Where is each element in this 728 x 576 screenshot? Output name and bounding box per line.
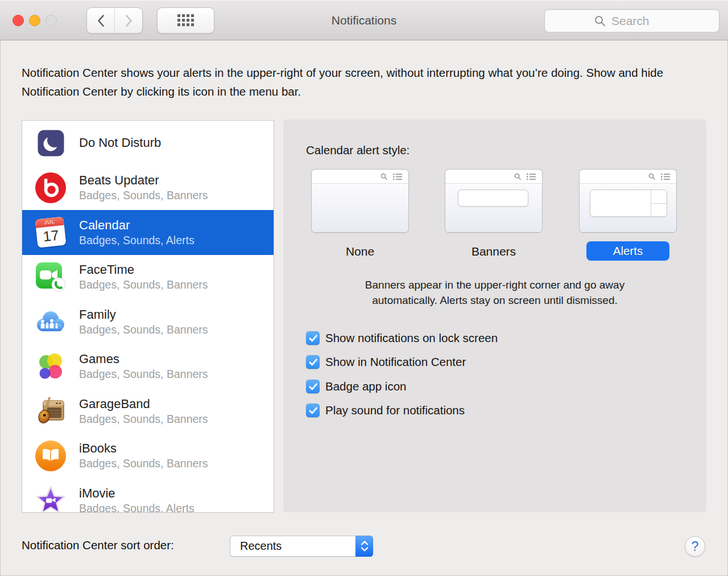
mini-notification-center-icon xyxy=(527,173,536,180)
checkbox-show-on-lock-screen[interactable]: Show notifications on lock screen xyxy=(306,331,498,345)
mini-desktop xyxy=(445,184,542,232)
app-name: Family xyxy=(79,307,208,322)
grid-icon xyxy=(177,14,195,27)
facetime-icon xyxy=(22,262,79,293)
alert-style-alerts-thumbnail[interactable] xyxy=(580,170,676,232)
sidebar-item-calendar[interactable]: JUL 17 Calendar Badges, Sounds, Alerts xyxy=(22,210,274,255)
search-icon xyxy=(594,15,606,27)
checkbox-label: Show in Notification Center xyxy=(325,355,466,369)
app-name: Do Not Disturb xyxy=(79,135,161,150)
chevron-left-icon xyxy=(97,14,105,27)
sort-order-dropdown[interactable]: Recents xyxy=(230,536,373,557)
app-name: Games xyxy=(79,352,208,367)
checkbox-checked-icon[interactable] xyxy=(306,355,320,369)
mini-desktop xyxy=(580,184,676,232)
zoom-button[interactable] xyxy=(46,15,57,26)
checkbox-label: Badge app icon xyxy=(325,380,406,393)
app-notification-list: Do Not Disturb Beats Updater Badges, Sou… xyxy=(22,120,274,513)
app-alert-types: Badges, Sounds, Banners xyxy=(79,368,208,381)
sidebar-item-beats-updater[interactable]: Beats Updater Badges, Sounds, Banners xyxy=(22,166,274,211)
app-alert-types: Badges, Sounds, Banners xyxy=(79,457,208,470)
alert-style-description: Banners appear in the upper-right corner… xyxy=(283,277,706,308)
checkbox-checked-icon[interactable] xyxy=(306,331,320,345)
app-alert-types: Badges, Sounds, Banners xyxy=(79,278,208,291)
chevron-right-icon xyxy=(125,14,133,27)
app-name: FaceTime xyxy=(79,262,208,277)
mini-alert xyxy=(590,190,667,217)
app-name: iMovie xyxy=(79,486,195,501)
calendar-icon: JUL 17 xyxy=(22,218,79,246)
chevron-down-icon xyxy=(361,547,369,552)
alert-style-option-none[interactable]: None xyxy=(312,245,408,258)
checkbox-checked-icon[interactable] xyxy=(306,380,320,393)
sidebar-item-imovie[interactable]: iMovie Badges, Sounds, Alerts xyxy=(22,478,274,513)
search-input[interactable] xyxy=(610,14,669,28)
sidebar-item-do-not-disturb[interactable]: Do Not Disturb xyxy=(22,121,274,166)
close-button[interactable] xyxy=(13,15,24,26)
mini-menubar xyxy=(445,170,542,184)
calendar-icon-day: 17 xyxy=(36,225,66,247)
app-alert-types: Badges, Sounds, Banners xyxy=(79,323,208,336)
checkbox-label: Play sound for notifications xyxy=(325,404,465,417)
back-button[interactable] xyxy=(87,8,115,33)
game-center-icon xyxy=(22,351,79,382)
intro-text: Notification Center shows your alerts in… xyxy=(22,64,711,101)
alert-style-option-alerts-selected[interactable]: Alerts xyxy=(586,241,669,261)
checkbox-play-sound[interactable]: Play sound for notifications xyxy=(306,404,465,417)
mini-alert-buttons xyxy=(651,190,667,216)
alert-style-none-thumbnail[interactable] xyxy=(312,170,408,232)
app-alert-types: Badges, Sounds, Banners xyxy=(79,413,208,426)
toolbar: Notifications xyxy=(0,0,728,40)
app-name: GarageBand xyxy=(79,397,208,412)
sidebar-item-games[interactable]: Games Badges, Sounds, Banners xyxy=(22,344,274,389)
sidebar-item-family[interactable]: Family Badges, Sounds, Banners xyxy=(22,299,274,344)
mini-menubar xyxy=(580,170,676,184)
mini-notification-center-icon xyxy=(393,173,403,180)
system-preferences-window: Notifications Notification Center shows … xyxy=(0,0,728,576)
sidebar-item-garageband[interactable]: GarageBand Badges, Sounds, Banners xyxy=(22,389,274,434)
imovie-icon xyxy=(22,484,79,513)
family-icon xyxy=(22,310,79,334)
app-name: Calendar xyxy=(79,218,195,233)
mini-search-icon xyxy=(380,173,388,180)
alert-style-option-banners[interactable]: Banners xyxy=(445,245,542,258)
sidebar-item-ibooks[interactable]: iBooks Badges, Sounds, Banners xyxy=(22,434,274,479)
checkbox-checked-icon[interactable] xyxy=(306,404,320,417)
app-alert-types: Badges, Sounds, Alerts xyxy=(79,234,195,247)
nav-buttons xyxy=(86,7,143,34)
mini-desktop xyxy=(312,184,408,232)
sort-order-label: Notification Center sort order: xyxy=(22,538,174,552)
description-line-1: Banners appear in the upper-right corner… xyxy=(283,277,706,293)
sidebar-item-facetime[interactable]: FaceTime Badges, Sounds, Banners xyxy=(22,255,274,300)
show-all-button[interactable] xyxy=(157,7,214,34)
chevron-up-icon xyxy=(361,541,369,545)
alert-style-heading: Calendar alert style: xyxy=(306,143,410,157)
do-not-disturb-icon xyxy=(22,130,79,157)
search-field[interactable] xyxy=(544,9,719,32)
description-line-2: automatically. Alerts stay on screen unt… xyxy=(283,293,706,308)
dropdown-stepper[interactable] xyxy=(355,536,373,557)
help-button[interactable]: ? xyxy=(685,536,705,557)
app-alert-types: Badges, Sounds, Banners xyxy=(79,189,208,202)
app-alert-types: Badges, Sounds, Alerts xyxy=(79,502,195,513)
forward-button[interactable] xyxy=(115,8,142,33)
mini-search-icon xyxy=(514,173,522,180)
minimize-button[interactable] xyxy=(29,15,40,26)
app-name: Beats Updater xyxy=(79,173,208,188)
mini-banner xyxy=(458,190,528,207)
checkbox-label: Show notifications on lock screen xyxy=(325,331,498,345)
calendar-settings-panel: Calendar alert style: xyxy=(283,120,706,512)
mini-menubar xyxy=(312,170,408,184)
mini-search-icon xyxy=(648,173,656,180)
garageband-icon xyxy=(22,396,79,426)
ibooks-icon xyxy=(22,441,79,471)
sort-order-value: Recents xyxy=(240,540,282,553)
alert-style-banners-thumbnail[interactable] xyxy=(445,170,542,232)
app-name: iBooks xyxy=(79,441,208,456)
mini-notification-center-icon xyxy=(661,173,671,180)
beats-icon xyxy=(22,172,79,203)
checkbox-badge-app-icon[interactable]: Badge app icon xyxy=(306,380,406,393)
checkbox-show-in-notification-center[interactable]: Show in Notification Center xyxy=(306,355,466,369)
